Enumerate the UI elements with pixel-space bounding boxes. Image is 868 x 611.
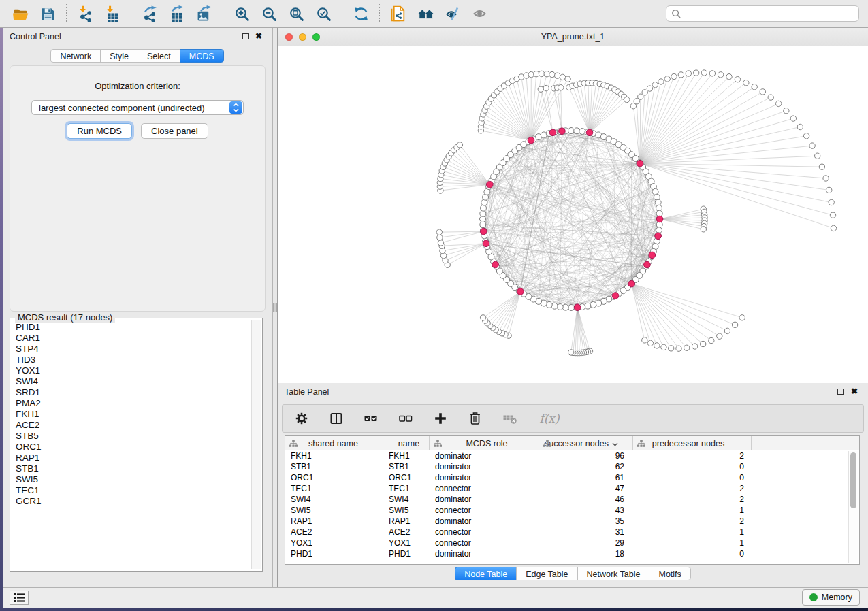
- hide-selected-button[interactable]: [440, 3, 465, 24]
- cell-predecessor-nodes[interactable]: 1: [633, 527, 752, 538]
- delete-table-button[interactable]: [502, 410, 518, 427]
- mcds-result-item[interactable]: TEC1: [13, 485, 249, 496]
- export-network-button[interactable]: [138, 3, 162, 24]
- cell-successor-nodes[interactable]: 18: [539, 548, 633, 559]
- function-builder-button[interactable]: f(x): [536, 410, 562, 427]
- table-row[interactable]: YOX1YOX1connector291: [285, 538, 859, 548]
- cell-mcds-role[interactable]: connector: [430, 527, 539, 538]
- splitter-grip[interactable]: [273, 303, 277, 312]
- mcds-result-item[interactable]: SWI4: [13, 376, 249, 387]
- delete-columns-button[interactable]: [467, 410, 483, 427]
- float-table-panel-button[interactable]: [837, 389, 844, 395]
- cell-shared-name[interactable]: SWI4: [285, 494, 376, 505]
- cell-name[interactable]: ORC1: [376, 472, 430, 483]
- zoom-in-button[interactable]: [229, 3, 254, 24]
- cell-mcds-role[interactable]: dominator: [430, 472, 539, 483]
- column-header-successor-nodes[interactable]: successor nodes: [539, 436, 633, 450]
- first-neighbors-button[interactable]: [413, 3, 438, 24]
- table-row[interactable]: SWI4SWI4dominator462: [285, 494, 859, 505]
- open-file-button[interactable]: [8, 3, 33, 24]
- new-network-from-selection-button[interactable]: [386, 3, 411, 24]
- mcds-result-item[interactable]: SWI5: [13, 474, 249, 485]
- search-input[interactable]: [685, 8, 858, 19]
- cell-successor-nodes[interactable]: 35: [539, 516, 633, 527]
- tab-style[interactable]: Style: [100, 49, 138, 63]
- zoom-fit-button[interactable]: [284, 3, 308, 24]
- cell-name[interactable]: ACE2: [376, 527, 430, 538]
- cell-name[interactable]: FKH1: [376, 450, 430, 461]
- close-table-panel-icon[interactable]: ✖: [850, 386, 859, 397]
- cell-predecessor-nodes[interactable]: 0: [633, 548, 752, 559]
- cell-predecessor-nodes[interactable]: 2: [633, 450, 752, 461]
- export-table-button[interactable]: [165, 3, 189, 24]
- table-mode-gear-button[interactable]: [293, 410, 310, 427]
- column-header-MCDS-role[interactable]: MCDS role: [430, 436, 539, 450]
- import-table-button[interactable]: [100, 3, 125, 24]
- tab-node-table[interactable]: Node Table: [455, 567, 517, 580]
- tab-network-table[interactable]: Network Table: [577, 567, 650, 580]
- memory-button[interactable]: Memory: [802, 589, 860, 606]
- select-all-button[interactable]: [363, 410, 379, 427]
- status-log-button[interactable]: [10, 591, 29, 605]
- zoom-selected-button[interactable]: [311, 3, 336, 24]
- cell-predecessor-nodes[interactable]: 1: [633, 538, 752, 548]
- cell-name[interactable]: SWI5: [376, 505, 430, 516]
- cell-mcds-role[interactable]: dominator: [430, 450, 539, 461]
- close-panel-icon[interactable]: ✖: [254, 31, 263, 42]
- save-session-button[interactable]: [35, 3, 60, 24]
- table-row[interactable]: PHD1PHD1dominator180: [285, 548, 859, 559]
- optimization-criterion-select[interactable]: largest connected component (undirected): [31, 100, 244, 115]
- table-scrollbar-thumb[interactable]: [850, 452, 856, 508]
- show-columns-button[interactable]: [328, 410, 344, 427]
- import-network-button[interactable]: [73, 3, 97, 24]
- cell-predecessor-nodes[interactable]: 2: [633, 483, 752, 494]
- cell-shared-name[interactable]: RAP1: [285, 516, 376, 527]
- mcds-result-item[interactable]: RAP1: [13, 452, 249, 463]
- cell-successor-nodes[interactable]: 96: [539, 450, 633, 461]
- cell-predecessor-nodes[interactable]: 2: [633, 516, 752, 527]
- cell-successor-nodes[interactable]: 46: [539, 494, 633, 505]
- deselect-all-button[interactable]: [398, 410, 414, 427]
- table-scrollbar[interactable]: [848, 451, 858, 563]
- mcds-list-scrollbar[interactable]: [251, 320, 261, 569]
- cell-mcds-role[interactable]: connector: [430, 483, 539, 494]
- cell-shared-name[interactable]: YOX1: [285, 538, 376, 548]
- column-header-shared-name[interactable]: shared name: [285, 436, 376, 450]
- cell-name[interactable]: RAP1: [376, 516, 430, 527]
- cell-shared-name[interactable]: ACE2: [285, 527, 376, 538]
- mcds-result-item[interactable]: SRD1: [13, 387, 249, 398]
- cell-shared-name[interactable]: PHD1: [285, 548, 376, 559]
- cell-successor-nodes[interactable]: 43: [539, 505, 633, 516]
- table-row[interactable]: RAP1RAP1dominator352: [285, 516, 859, 527]
- float-panel-button[interactable]: [242, 33, 249, 39]
- cell-successor-nodes[interactable]: 31: [539, 527, 633, 538]
- column-header-predecessor-nodes[interactable]: predecessor nodes: [633, 436, 752, 450]
- table-row[interactable]: ORC1ORC1dominator610: [285, 472, 859, 483]
- tab-network[interactable]: Network: [50, 49, 101, 63]
- mcds-result-item[interactable]: CAR1: [13, 333, 249, 344]
- mcds-result-item[interactable]: STB1: [13, 463, 249, 474]
- table-row[interactable]: ACE2ACE2connector311: [285, 527, 859, 538]
- cell-shared-name[interactable]: FKH1: [285, 450, 376, 461]
- cell-mcds-role[interactable]: connector: [430, 538, 539, 548]
- cell-mcds-role[interactable]: connector: [430, 505, 539, 516]
- apply-layout-button[interactable]: [349, 3, 373, 24]
- cell-shared-name[interactable]: ORC1: [285, 472, 376, 483]
- cell-predecessor-nodes[interactable]: 0: [633, 472, 752, 483]
- mcds-result-item[interactable]: PHD1: [13, 322, 249, 333]
- cell-name[interactable]: TEC1: [376, 483, 430, 494]
- mcds-result-item[interactable]: YOX1: [13, 365, 249, 376]
- mcds-result-item[interactable]: GCR1: [13, 496, 249, 507]
- mcds-result-item[interactable]: STP4: [13, 344, 249, 354]
- cell-shared-name[interactable]: TEC1: [285, 483, 376, 494]
- mcds-result-item[interactable]: PMA2: [13, 398, 249, 409]
- cell-mcds-role[interactable]: dominator: [430, 494, 539, 505]
- cell-predecessor-nodes[interactable]: 0: [633, 461, 752, 472]
- column-header-name[interactable]: name: [376, 436, 430, 450]
- cell-predecessor-nodes[interactable]: 2: [633, 494, 752, 505]
- tab-edge-table[interactable]: Edge Table: [516, 567, 577, 580]
- close-panel-button[interactable]: Close panel: [141, 123, 208, 139]
- cell-successor-nodes[interactable]: 29: [539, 538, 633, 548]
- run-mcds-button[interactable]: Run MCDS: [67, 123, 132, 139]
- cell-name[interactable]: PHD1: [376, 548, 430, 559]
